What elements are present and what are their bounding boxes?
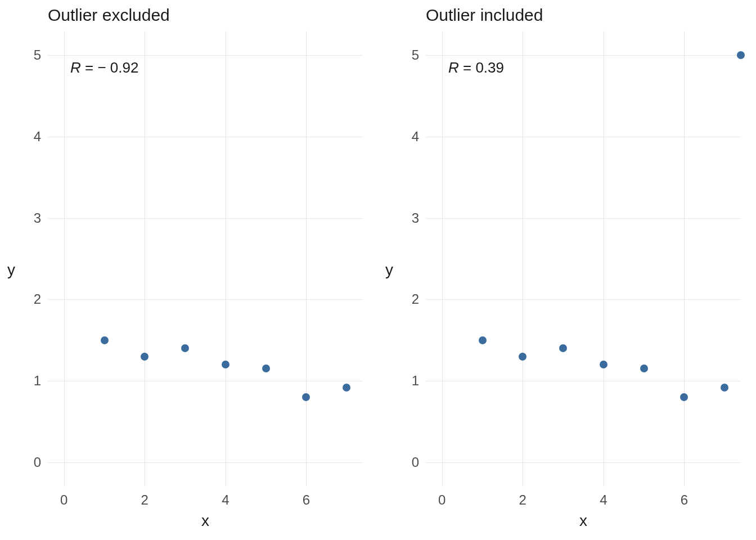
data-point: [680, 393, 688, 401]
gridline-vertical: [306, 31, 307, 487]
gridline-vertical: [442, 31, 443, 487]
gridline-horizontal: [426, 299, 741, 300]
y-tick-label: 2: [34, 291, 41, 307]
data-point: [181, 344, 189, 352]
gridline-vertical: [145, 31, 145, 487]
y-tick-label: 0: [34, 454, 41, 470]
y-tick-label: 1: [412, 373, 419, 389]
y-tick-label: 5: [34, 47, 41, 63]
panel-title: Outlier included: [426, 6, 543, 25]
y-tick-label: 5: [412, 47, 419, 63]
x-tick-label: 0: [60, 492, 68, 508]
gridline-horizontal: [48, 55, 363, 56]
plot-area: R = − 0.92 0123450246: [48, 31, 363, 487]
gridline-horizontal: [48, 381, 363, 381]
r-symbol: R: [448, 59, 459, 76]
x-tick-label: 0: [438, 492, 446, 508]
data-point: [343, 384, 350, 392]
gridline-horizontal: [48, 137, 363, 137]
correlation-annotation: R = − 0.92: [70, 59, 138, 76]
gridline-horizontal: [426, 218, 741, 219]
chart-container: Outlier excluded y R = − 0.92 0123450246…: [0, 0, 756, 540]
gridline-horizontal: [48, 462, 363, 463]
r-symbol: R: [70, 59, 81, 76]
plot-background: [48, 31, 363, 487]
r-value: = − 0.92: [81, 59, 139, 76]
gridline-vertical: [64, 31, 65, 487]
y-tick-label: 3: [34, 210, 41, 226]
x-tick-label: 4: [222, 492, 229, 508]
data-point: [600, 361, 608, 368]
gridline-horizontal: [426, 462, 741, 463]
data-point: [141, 353, 148, 361]
x-tick-label: 4: [600, 492, 607, 508]
gridline-vertical: [523, 31, 523, 487]
y-tick-label: 2: [412, 291, 419, 307]
data-point: [640, 364, 648, 372]
gridline-vertical: [226, 31, 226, 487]
x-tick-label: 6: [681, 492, 688, 508]
data-point: [222, 361, 230, 368]
r-value: = 0.39: [459, 59, 504, 76]
y-tick-label: 0: [412, 454, 419, 470]
plot-area: R = 0.39 0123450246: [426, 31, 741, 487]
correlation-annotation: R = 0.39: [448, 59, 504, 76]
x-tick-label: 2: [141, 492, 148, 508]
data-point: [479, 336, 487, 344]
y-tick-label: 4: [34, 129, 41, 145]
x-axis-label: x: [579, 512, 587, 530]
gridline-horizontal: [48, 218, 363, 219]
data-point: [262, 364, 270, 372]
panel-title: Outlier excluded: [48, 6, 170, 25]
data-point: [559, 344, 567, 352]
gridline-horizontal: [426, 55, 741, 56]
gridline-vertical: [604, 31, 604, 487]
data-point: [302, 393, 310, 401]
y-axis-label: y: [7, 261, 15, 279]
gridline-horizontal: [48, 299, 363, 300]
x-axis-label: x: [201, 512, 209, 530]
y-tick-label: 1: [34, 373, 41, 389]
data-point: [737, 51, 745, 59]
plot-background: [426, 31, 741, 487]
gridline-horizontal: [426, 137, 741, 137]
data-point: [101, 336, 109, 344]
y-tick-label: 4: [412, 129, 419, 145]
gridline-horizontal: [426, 381, 741, 381]
y-axis-label: y: [385, 261, 393, 279]
panel-excluded: Outlier excluded y R = − 0.92 0123450246…: [0, 0, 378, 540]
x-tick-label: 6: [303, 492, 310, 508]
y-tick-label: 3: [412, 210, 419, 226]
data-point: [721, 384, 728, 392]
panel-included: Outlier included y R = 0.39 0123450246 x: [378, 0, 756, 540]
data-point: [519, 353, 526, 361]
x-tick-label: 2: [519, 492, 526, 508]
gridline-vertical: [684, 31, 685, 487]
